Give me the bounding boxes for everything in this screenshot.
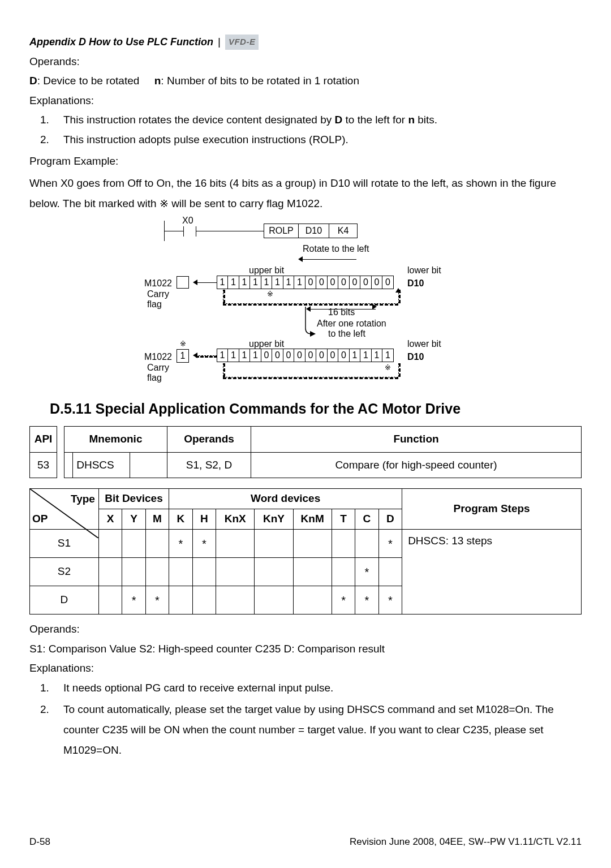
td-mnemonic: DHSCS <box>73 452 130 478</box>
operands-desc: D: Device to be rotated n: Number of bit… <box>29 73 582 89</box>
device-cell: * <box>145 586 169 615</box>
appendix-title: Appendix D How to Use PLC Function <box>29 35 213 50</box>
fig-d10-label-2: D10 <box>407 350 424 364</box>
bit-cell: 0 <box>327 349 339 362</box>
fig-d10: D10 <box>299 224 329 238</box>
fig-lower-2: lower bit <box>407 337 441 351</box>
device-cell <box>192 586 216 615</box>
fig-bitrow-top: 1111111100000000 <box>217 276 394 289</box>
th-mnemonic: Mnemonic <box>64 427 167 453</box>
device-col-Y: Y <box>122 509 145 530</box>
fig-after-2: to the left <box>328 327 365 341</box>
bit-cell: 0 <box>316 276 328 289</box>
device-cell <box>98 558 122 586</box>
device-col-KnM: KnM <box>293 509 332 530</box>
fig-rolp: ROLP <box>264 224 299 238</box>
device-cell <box>98 586 122 615</box>
bit-cell: 0 <box>283 349 295 362</box>
device-col-KnY: KnY <box>255 509 293 530</box>
device-cell <box>169 586 192 615</box>
th-function: Function <box>251 427 582 453</box>
bit-cell: 1 <box>217 349 229 362</box>
page-footer: D-58 Revision June 2008, 04EE, SW--PW V1… <box>29 835 582 849</box>
device-cell <box>293 530 332 558</box>
fig-rotate-label: Rotate to the left <box>303 242 369 256</box>
rotate-figure: X0 ROLP D10 K4 Rotate to the left upper … <box>91 216 520 380</box>
device-col-K: K <box>169 509 192 530</box>
footer-revision: Revision June 2008, 04EE, SW--PW V1.11/C… <box>350 835 582 849</box>
bit-cell: 0 <box>338 276 350 289</box>
fig-mark-2: ※ <box>180 338 186 350</box>
device-cell: * <box>355 558 378 586</box>
bit-cell: 0 <box>316 349 328 362</box>
fig-m1022-box-2: 1 <box>177 349 189 363</box>
th-operands: Operands <box>167 427 251 453</box>
footer-page: D-58 <box>29 835 50 849</box>
bit-cell: 1 <box>239 349 251 362</box>
program-steps-value: DHSCS: 13 steps <box>402 530 582 615</box>
operand-row-D: D <box>30 586 99 615</box>
device-col-X: X <box>98 509 122 530</box>
bit-cell: 1 <box>349 349 361 362</box>
explanations-heading: Explanations: <box>29 93 582 109</box>
operand-D: D <box>29 75 37 87</box>
bit-cell: 1 <box>227 276 239 289</box>
program-example-heading: Program Example: <box>29 153 582 170</box>
fig-m1022-box-1 <box>177 276 189 289</box>
bit-cell: 1 <box>227 349 239 362</box>
device-col-T: T <box>332 509 355 530</box>
device-cell <box>145 558 169 586</box>
device-cell: * <box>378 530 402 558</box>
fig-lower-1: lower bit <box>407 264 441 277</box>
device-cell: * <box>192 530 216 558</box>
fig-mark-1: ※ <box>267 289 273 300</box>
operands-heading-2: Operands: <box>29 621 582 638</box>
device-cell <box>355 530 378 558</box>
operand-D-text: : Device to be rotated <box>37 75 140 87</box>
device-cell <box>216 558 255 586</box>
bit-cell: 0 <box>327 276 339 289</box>
operands-heading: Operands: <box>29 54 582 70</box>
page-header: Appendix D How to Use PLC Function | VFD… <box>29 34 582 50</box>
operand-n: n <box>154 75 161 87</box>
bit-cell: 0 <box>305 349 317 362</box>
bit-cell: 1 <box>217 276 229 289</box>
bit-cell: 1 <box>283 276 295 289</box>
device-cell: * <box>355 586 378 615</box>
device-cell <box>192 558 216 586</box>
program-example-text: When X0 goes from Off to On, the 16 bits… <box>29 173 582 214</box>
device-cell <box>255 586 293 615</box>
fig-bitrow-bot: 1111000000001111 <box>217 349 394 362</box>
td-function: Compare (for high-speed counter) <box>251 452 582 478</box>
device-cell <box>216 586 255 615</box>
bit-cell: 0 <box>382 276 394 289</box>
device-cell <box>378 558 402 586</box>
device-cell <box>255 558 293 586</box>
explanations-list: This instruction rotates the device cont… <box>52 112 582 148</box>
bit-cell: 1 <box>249 349 261 362</box>
device-col-KnX: KnX <box>216 509 255 530</box>
bit-cell: 1 <box>371 349 383 362</box>
bit-cell: 1 <box>249 276 261 289</box>
bit-cell: 1 <box>261 276 273 289</box>
device-cell: * <box>378 586 402 615</box>
bit-cell: 0 <box>261 349 273 362</box>
operands-line-2: S1: Comparison Value S2: High-speed coun… <box>29 641 582 658</box>
fig-flag-2: flag <box>147 371 162 385</box>
device-cell <box>169 558 192 586</box>
th-api: API <box>30 427 57 453</box>
bit-cell: 0 <box>305 276 317 289</box>
device-cell <box>216 530 255 558</box>
fig-d10-label-1: D10 <box>407 277 424 290</box>
sep: | <box>218 34 221 50</box>
bit-cell: 1 <box>382 349 394 362</box>
label-x0: X0 <box>182 214 193 227</box>
fig-k4: K4 <box>329 224 358 238</box>
operand-row-S2: S2 <box>30 558 99 586</box>
td-operands: S1, S2, D <box>167 452 251 478</box>
section-heading: D.5.11 Special Application Commands for … <box>50 398 582 420</box>
device-cell <box>332 530 355 558</box>
bit-cell: 1 <box>272 276 283 289</box>
device-col-C: C <box>355 509 378 530</box>
bit-cell: 0 <box>360 276 372 289</box>
